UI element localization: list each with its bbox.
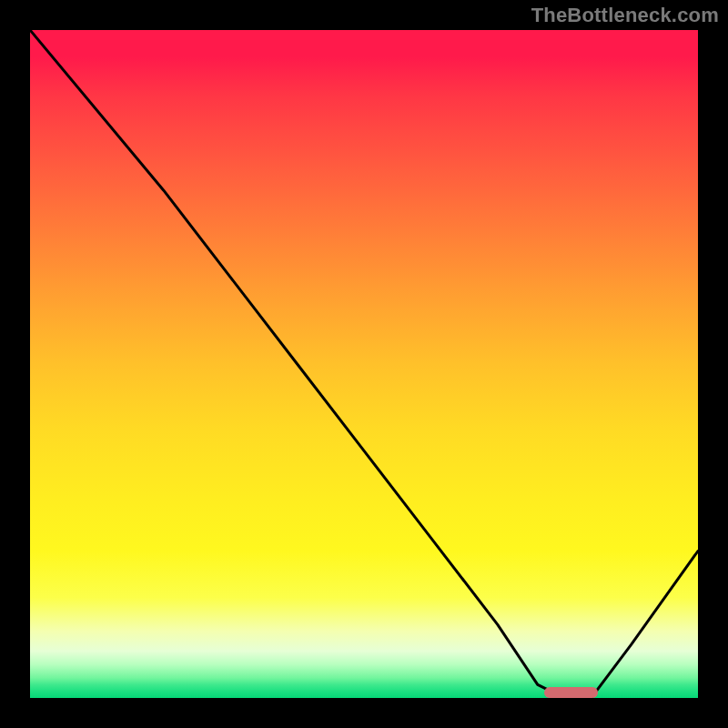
watermark-text: TheBottleneck.com [531,4,719,27]
curve-path [30,30,698,698]
plot-area [30,30,698,698]
chart-frame: TheBottleneck.com [0,0,728,728]
bottleneck-curve [30,30,698,698]
optimal-range-marker [544,687,598,698]
